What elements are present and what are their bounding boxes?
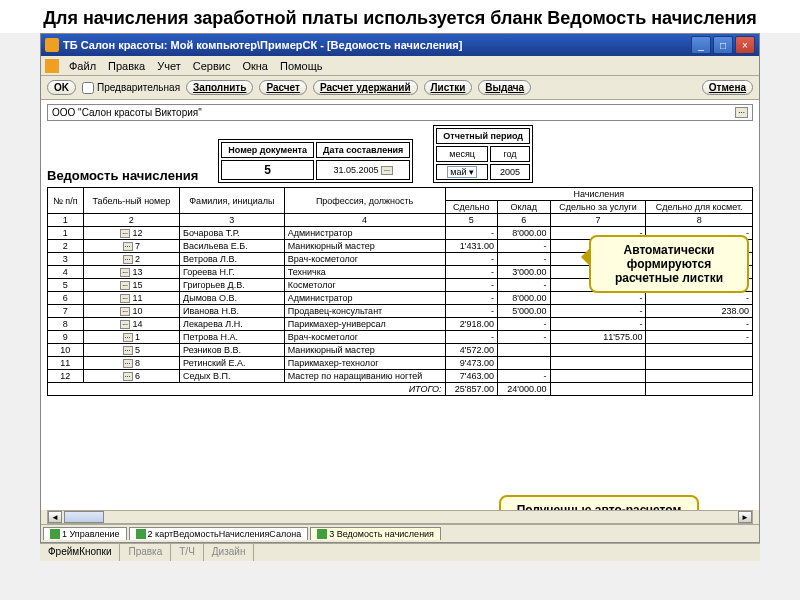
colnum: 3 xyxy=(180,214,285,227)
menu-accounting[interactable]: Учет xyxy=(151,58,187,74)
issue-button[interactable]: Выдача xyxy=(478,80,531,95)
month-select[interactable]: май ▾ xyxy=(447,166,477,178)
menu-edit[interactable]: Правка xyxy=(102,58,151,74)
month-label: месяц xyxy=(436,146,488,162)
tab-payroll[interactable]: 3 Ведомость начисления xyxy=(310,527,441,540)
toolbar: OK Предварительная Заполнить Расчет Расч… xyxy=(41,76,759,100)
col-salary: Оклад xyxy=(498,201,551,214)
doc-date[interactable]: 31.05.2005 xyxy=(333,165,378,175)
menu-app-icon xyxy=(45,59,59,73)
app-window: ТБ Салон красоты: Мой компьютер\ПримерСК… xyxy=(40,33,760,543)
table-row[interactable]: 12··· 6Седых В.П.Мастер по наращиванию н… xyxy=(48,370,753,383)
row-picker-button[interactable]: ··· xyxy=(120,268,130,277)
calc-button[interactable]: Расчет xyxy=(259,80,307,95)
sheet-tabs: 1 Управление 2 картВедомостьНачисленияСа… xyxy=(41,524,759,542)
col-prof: Профессия, должность xyxy=(284,188,445,214)
status-design[interactable]: Дизайн xyxy=(204,544,255,561)
scroll-right-button[interactable]: ► xyxy=(738,511,752,523)
app-icon xyxy=(45,38,59,52)
window-title: ТБ Салон красоты: Мой компьютер\ПримерСК… xyxy=(63,39,689,51)
colnum: 8 xyxy=(646,214,753,227)
doc-num-label: Номер документа xyxy=(221,142,314,158)
row-picker-button[interactable]: ··· xyxy=(120,281,130,290)
tab-icon xyxy=(317,529,327,539)
menu-service[interactable]: Сервис xyxy=(187,58,237,74)
status-tc[interactable]: Т/Ч xyxy=(171,544,204,561)
org-picker-button[interactable]: ··· xyxy=(735,107,748,118)
row-picker-button[interactable]: ··· xyxy=(120,229,130,238)
preliminary-check-input[interactable] xyxy=(82,82,94,94)
menu-help[interactable]: Помощь xyxy=(274,58,329,74)
tab-icon xyxy=(136,529,146,539)
horizontal-scrollbar[interactable]: ◄ ► xyxy=(47,510,753,524)
col-cosmetics: Сдельно для космет. xyxy=(646,201,753,214)
table-row[interactable]: 6··· 11Дымова О.В.Администратор-8'000.00… xyxy=(48,292,753,305)
col-fio: Фамилия, инициалы xyxy=(180,188,285,214)
colnum: 1 xyxy=(48,214,84,227)
fill-button[interactable]: Заполнить xyxy=(186,80,253,95)
row-picker-button[interactable]: ··· xyxy=(123,333,133,342)
row-picker-button[interactable]: ··· xyxy=(123,359,133,368)
titlebar: ТБ Салон красоты: Мой компьютер\ПримерСК… xyxy=(41,34,759,56)
row-picker-button[interactable]: ··· xyxy=(123,242,133,251)
status-frame[interactable]: ФреймКнопки xyxy=(40,544,120,561)
col-piecework: Сдельно xyxy=(445,201,498,214)
col-np: № п/п xyxy=(48,188,84,214)
menu-file[interactable]: Файл xyxy=(63,58,102,74)
table-row[interactable]: 9··· 1Петрова Н.А.Врач-косметолог--11'57… xyxy=(48,331,753,344)
row-picker-button[interactable]: ··· xyxy=(123,372,133,381)
table-row[interactable]: 7··· 10Иванова Н.В.Продавец-консультант-… xyxy=(48,305,753,318)
col-group-accruals: Начисления xyxy=(445,188,752,201)
slips-button[interactable]: Листки xyxy=(424,80,473,95)
minimize-button[interactable]: _ xyxy=(691,36,711,54)
table-row[interactable]: 10··· 5Резников В.В.Маникюрный мастер4'5… xyxy=(48,344,753,357)
tab-card[interactable]: 2 картВедомостьНачисленияСалона xyxy=(129,527,309,540)
period-label: Отчетный период xyxy=(436,128,530,144)
scroll-thumb[interactable] xyxy=(64,511,104,523)
tab-icon xyxy=(50,529,60,539)
table-row[interactable]: 8··· 14Лекарева Л.Н.Парикмахер-универсал… xyxy=(48,318,753,331)
year-label: год xyxy=(490,146,530,162)
doc-title: Ведомость начисления xyxy=(47,168,198,183)
doc-num[interactable]: 5 xyxy=(221,160,314,180)
table-row[interactable]: 11··· 8Ретинский Е.А.Парикмахер-технолог… xyxy=(48,357,753,370)
doc-date-label: Дата составления xyxy=(316,142,410,158)
menu-windows[interactable]: Окна xyxy=(236,58,274,74)
colnum: 7 xyxy=(550,214,646,227)
period-box: Отчетный период месяцгод май ▾2005 xyxy=(433,125,533,183)
colnum: 4 xyxy=(284,214,445,227)
col-tab: Табель-ный номер xyxy=(83,188,179,214)
row-picker-button[interactable]: ··· xyxy=(120,320,130,329)
org-name: ООО "Салон красоты Виктория" xyxy=(52,107,202,118)
doc-number-box: Номер документаДата составления 531.05.2… xyxy=(218,139,413,183)
close-button[interactable]: × xyxy=(735,36,755,54)
preliminary-checkbox[interactable]: Предварительная xyxy=(82,82,180,94)
menubar: Файл Правка Учет Сервис Окна Помощь xyxy=(41,56,759,76)
colnum: 2 xyxy=(83,214,179,227)
cancel-button[interactable]: Отмена xyxy=(702,80,753,95)
slide-title: Для начисления заработной платы использу… xyxy=(0,0,800,33)
doc-header: Ведомость начисления Номер документаДата… xyxy=(47,125,753,183)
callout-slips: Автоматически формируются расчетные лист… xyxy=(589,235,749,293)
row-picker-button[interactable]: ··· xyxy=(123,346,133,355)
row-picker-button[interactable]: ··· xyxy=(123,255,133,264)
col-services: Сдельно за услуги xyxy=(550,201,646,214)
year-value[interactable]: 2005 xyxy=(490,164,530,180)
scroll-left-button[interactable]: ◄ xyxy=(48,511,62,523)
status-edit[interactable]: Правка xyxy=(120,544,171,561)
content-area: ООО "Салон красоты Виктория" ··· Ведомос… xyxy=(41,100,759,510)
preliminary-label: Предварительная xyxy=(97,82,180,93)
colnum: 6 xyxy=(498,214,551,227)
date-picker-button[interactable]: ··· xyxy=(381,166,393,175)
total-piecework: 25'857.00 xyxy=(445,383,498,396)
calc-deductions-button[interactable]: Расчет удержаний xyxy=(313,80,418,95)
row-picker-button[interactable]: ··· xyxy=(120,307,130,316)
row-picker-button[interactable]: ··· xyxy=(120,294,130,303)
maximize-button[interactable]: □ xyxy=(713,36,733,54)
callout-correct: Полученные авто-расчетом суммы можно кор… xyxy=(499,495,699,510)
tab-management[interactable]: 1 Управление xyxy=(43,527,127,540)
ok-button[interactable]: OK xyxy=(47,80,76,95)
colnum: 5 xyxy=(445,214,498,227)
statusbar: ФреймКнопки Правка Т/Ч Дизайн xyxy=(40,543,760,561)
org-row: ООО "Салон красоты Виктория" ··· xyxy=(47,104,753,121)
